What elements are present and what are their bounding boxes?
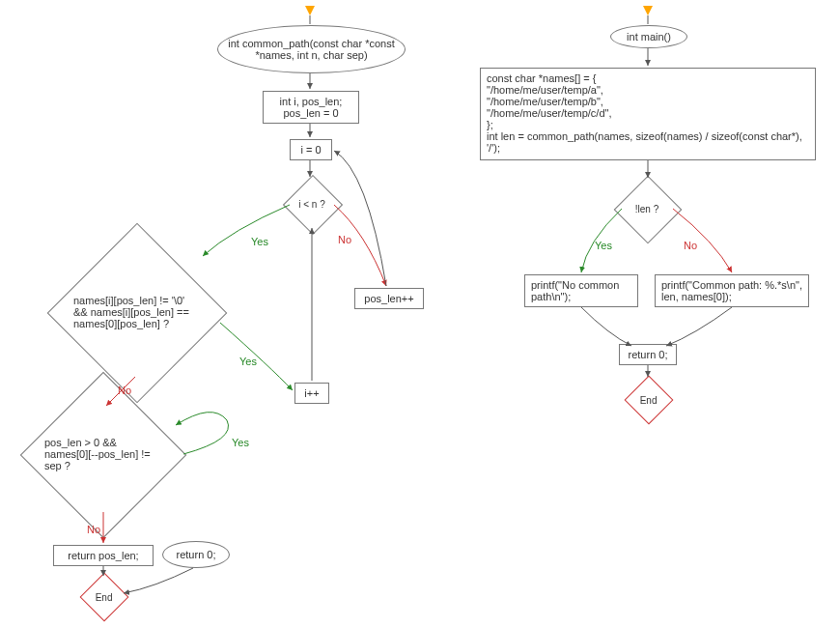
cond-names: names[i][pos_len] != '\0' && names[i][po… bbox=[73, 249, 199, 375]
no-1: No bbox=[338, 234, 351, 245]
cond-i-lt-n: i < n ? bbox=[292, 184, 332, 224]
return-zero-right-text: return 0; bbox=[629, 349, 668, 360]
main-sig-text: int main() bbox=[627, 31, 671, 43]
cond-notlen: !len ? bbox=[624, 185, 670, 232]
poslen-pp: pos_len++ bbox=[354, 288, 424, 309]
func-signature-text: int common_path(const char *const *names… bbox=[224, 38, 399, 61]
main-sig: int main() bbox=[610, 25, 687, 48]
func-signature: int common_path(const char *const *names… bbox=[217, 25, 406, 73]
end-right: End bbox=[625, 376, 674, 425]
printf-no-text: printf("No common path\n"); bbox=[531, 279, 631, 302]
no-3: No bbox=[87, 524, 100, 535]
return-zero-right: return 0; bbox=[619, 344, 677, 365]
cond-poslen-sep-text: pos_len > 0 && names[0][--pos_len] != se… bbox=[44, 437, 160, 471]
yes-3: Yes bbox=[232, 437, 249, 448]
i-zero: i = 0 bbox=[290, 139, 332, 160]
end-right-text: End bbox=[640, 394, 658, 405]
no-2: No bbox=[118, 385, 131, 396]
main-body-text: const char *names[] = { "/home/me/user/t… bbox=[487, 72, 809, 154]
flowchart-canvas: { "left_chart": { "func_sig": "int commo… bbox=[0, 0, 840, 627]
no-r: No bbox=[684, 240, 697, 251]
start-arrow-left bbox=[305, 6, 315, 15]
cond-names-text: names[i][pos_len] != '\0' && names[i][po… bbox=[73, 295, 199, 329]
cond-i-lt-n-text: i < n ? bbox=[298, 199, 325, 210]
poslen-pp-text: pos_len++ bbox=[364, 293, 413, 304]
return-poslen: return pos_len; bbox=[53, 545, 154, 566]
printf-common-text: printf("Common path: %.*s\n", len, names… bbox=[661, 279, 802, 302]
return-zero-left-text: return 0; bbox=[177, 549, 216, 560]
i-zero-text: i = 0 bbox=[300, 144, 321, 156]
yes-2: Yes bbox=[239, 356, 257, 367]
init-vars: int i, pos_len; pos_len = 0 bbox=[263, 91, 359, 124]
return-zero-left: return 0; bbox=[162, 541, 230, 568]
i-pp: i++ bbox=[294, 383, 329, 404]
end-left-text: End bbox=[96, 591, 113, 602]
init-vars-text: int i, pos_len; pos_len = 0 bbox=[280, 96, 343, 119]
yes-r: Yes bbox=[595, 240, 612, 251]
cond-notlen-text: !len ? bbox=[635, 204, 658, 214]
return-poslen-text: return pos_len; bbox=[68, 550, 138, 561]
start-arrow-right bbox=[643, 6, 653, 15]
yes-1: Yes bbox=[251, 236, 268, 247]
main-body: const char *names[] = { "/home/me/user/t… bbox=[480, 68, 816, 160]
i-pp-text: i++ bbox=[304, 387, 319, 399]
printf-no: printf("No common path\n"); bbox=[524, 274, 638, 307]
cond-poslen-sep: pos_len > 0 && names[0][--pos_len] != se… bbox=[44, 396, 160, 512]
end-left: End bbox=[80, 573, 129, 622]
printf-common: printf("Common path: %.*s\n", len, names… bbox=[655, 274, 809, 307]
